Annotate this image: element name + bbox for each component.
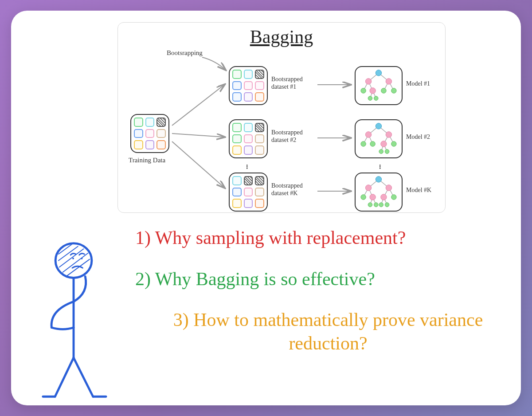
bagging-diagram: Bagging Bootsrapping Training Data Boots…: [117, 22, 446, 213]
svg-point-53: [379, 203, 383, 207]
vdots-icon: ···: [241, 164, 253, 169]
model-2-label: Model #2: [406, 133, 430, 141]
training-data-label: Training Data: [129, 157, 165, 164]
svg-point-47: [361, 195, 366, 200]
svg-point-62: [81, 258, 83, 259]
bootstrap-dataset-k: [229, 173, 268, 212]
bootstrap-dataset-2: [229, 119, 268, 158]
svg-point-32: [379, 149, 383, 154]
svg-point-9: [365, 78, 371, 84]
model-1-tree: [355, 66, 403, 105]
svg-point-31: [391, 141, 396, 146]
svg-line-64: [55, 358, 74, 397]
thinking-stick-figure-icon: [23, 237, 125, 401]
svg-point-61: [72, 258, 74, 259]
model-k-tree: [355, 173, 403, 212]
svg-point-49: [381, 194, 387, 200]
bootstrap-dataset-k-label: Bootsrappeddataset #K: [271, 182, 303, 197]
svg-point-27: [386, 132, 391, 137]
question-3: 3) How to mathematically prove variance …: [135, 308, 521, 355]
questions-block: 1) Why sampling with replacement? 2) Why…: [135, 226, 521, 355]
diagram-title: Bagging: [123, 26, 440, 47]
svg-point-13: [381, 88, 386, 93]
svg-point-46: [386, 185, 391, 191]
svg-point-8: [376, 70, 381, 76]
svg-point-26: [365, 132, 371, 137]
svg-point-25: [376, 123, 381, 129]
model-2-tree: [355, 119, 403, 158]
training-data-box: [130, 114, 169, 153]
svg-point-51: [368, 203, 372, 207]
svg-point-16: [374, 96, 379, 101]
svg-point-44: [376, 177, 381, 182]
svg-point-11: [361, 88, 366, 93]
bootstrap-dataset-2-label: Bootsrappeddataset #2: [271, 129, 303, 144]
svg-point-54: [385, 203, 389, 207]
svg-point-12: [370, 88, 376, 94]
svg-point-15: [368, 96, 372, 101]
svg-point-28: [361, 141, 366, 146]
svg-point-55: [55, 243, 92, 278]
svg-point-10: [386, 78, 391, 84]
svg-line-58: [59, 249, 84, 267]
svg-point-33: [385, 149, 389, 154]
question-1: 1) Why sampling with replacement?: [135, 226, 521, 250]
model-1-label: Model #1: [406, 80, 430, 87]
svg-point-45: [365, 185, 371, 191]
svg-point-14: [391, 88, 396, 93]
svg-point-30: [381, 141, 387, 147]
bootstrap-label: Bootsrapping: [167, 49, 203, 57]
bootstrap-dataset-1: [229, 66, 268, 105]
vdots-icon: ···: [374, 164, 386, 169]
model-k-label: Model #K: [406, 187, 431, 194]
svg-point-48: [370, 194, 376, 200]
svg-point-52: [374, 203, 379, 207]
bootstrap-dataset-1-label: Bootsrappeddataset #1: [271, 76, 303, 91]
question-2: 2) Why Bagging is so effective?: [135, 267, 521, 291]
card: Bagging Bootsrapping Training Data Boots…: [11, 11, 521, 405]
svg-line-65: [74, 358, 93, 397]
svg-point-29: [370, 141, 375, 146]
svg-point-50: [391, 195, 396, 200]
